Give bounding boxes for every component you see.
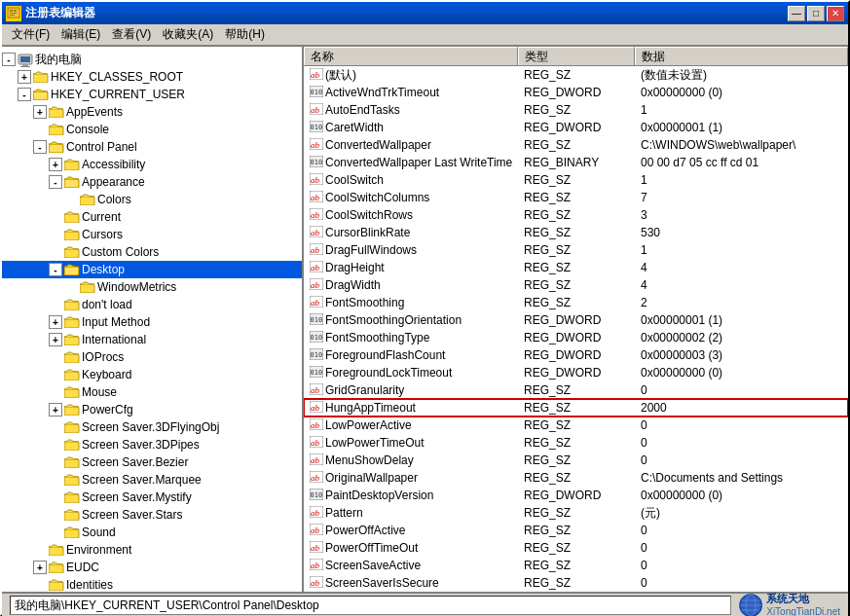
list-row[interactable]: ab LowPowerTimeOutREG_SZ0 bbox=[304, 434, 848, 452]
reg-name-24: PaintDesktopVersion bbox=[325, 489, 433, 502]
list-row[interactable]: ab AutoEndTasksREG_SZ1 bbox=[304, 101, 848, 119]
list-row[interactable]: ab HungAppTimeoutREG_SZ2000 bbox=[304, 399, 848, 417]
tree-node-accessibility[interactable]: + Accessibility bbox=[2, 156, 302, 173]
tree-node-sound[interactable]: Sound bbox=[2, 524, 302, 541]
header-name[interactable]: 名称 bbox=[304, 47, 518, 65]
tree-node-current[interactable]: Current bbox=[2, 208, 302, 226]
tree-node-screensaver3d[interactable]: Screen Saver.3DFlyingObj bbox=[2, 418, 302, 436]
tree-node-screensavermys[interactable]: Screen Saver.Mystify bbox=[2, 489, 302, 506]
cell-type-9: REG_SZ bbox=[520, 226, 637, 239]
tree-node-powercfg[interactable]: + PowerCfg bbox=[2, 401, 302, 418]
list-row[interactable]: 010 CaretWidthREG_DWORD0x00000001 (1) bbox=[304, 119, 848, 136]
close-button[interactable]: ✕ bbox=[827, 6, 844, 21]
tree-expander-desktop[interactable]: - bbox=[49, 263, 62, 276]
list-row[interactable]: ab OriginalWallpaperREG_SZC:\Documents a… bbox=[304, 469, 848, 487]
tree-node-customcolors[interactable]: Custom Colors bbox=[2, 243, 302, 261]
minimize-button[interactable]: — bbox=[788, 6, 805, 21]
tree-node-ioprocs[interactable]: IOProcs bbox=[2, 348, 302, 366]
tree-node-screensaver3p[interactable]: Screen Saver.3DPipes bbox=[2, 436, 302, 453]
tree-node-desktop[interactable]: - Desktop bbox=[2, 261, 302, 278]
tree-expander-mypc[interactable]: - bbox=[2, 53, 16, 66]
list-row[interactable]: ab PowerOffActiveREG_SZ0 bbox=[304, 522, 848, 539]
list-row[interactable]: ab PowerOffTimeOutREG_SZ0 bbox=[304, 539, 848, 557]
tree-node-windowmetrics[interactable]: WindowMetrics bbox=[2, 278, 302, 296]
list-row[interactable]: 010 ConvertedWallpaper Last WriteTimeREG… bbox=[304, 154, 848, 171]
list-row[interactable]: 010 FontSmoothingTypeREG_DWORD0x00000002… bbox=[304, 329, 848, 346]
tree-node-hkcr[interactable]: + HKEY_CLASSES_ROOT bbox=[2, 68, 302, 86]
list-body[interactable]: ab (默认)REG_SZ(数值未设置) 010 ActiveWndTrkTim… bbox=[304, 66, 848, 592]
menu-item-edit[interactable]: 编辑(E) bbox=[55, 24, 106, 45]
tree-panel[interactable]: - 我的电脑+ HKEY_CLASSES_ROOT- HKEY_CURRENT_… bbox=[2, 47, 304, 592]
list-row[interactable]: ab ScreenSaveActiveREG_SZ0 bbox=[304, 557, 848, 574]
tree-label-appevents: AppEvents bbox=[66, 105, 123, 119]
tree-node-dontload[interactable]: don't load bbox=[2, 296, 302, 313]
logo-text: 系统天地 XiTongTianDi.net bbox=[766, 593, 840, 616]
list-row[interactable]: ab CoolSwitchREG_SZ1 bbox=[304, 171, 848, 189]
tree-node-inputmethod[interactable]: + Input Method bbox=[2, 313, 302, 331]
list-row[interactable]: 010 FontSmoothingOrientationREG_DWORD0x0… bbox=[304, 311, 848, 329]
tree-node-screensaverbz[interactable]: Screen Saver.Bezier bbox=[2, 453, 302, 471]
list-row[interactable]: ab LowPowerActiveREG_SZ0 bbox=[304, 417, 848, 434]
list-row[interactable]: ab ScreenSaverIsSecureREG_SZ0 bbox=[304, 574, 848, 592]
list-row[interactable]: ab CursorBlinkRateREG_SZ530 bbox=[304, 224, 848, 241]
list-row[interactable]: ab CoolSwitchColumnsREG_SZ7 bbox=[304, 189, 848, 206]
svg-rect-41 bbox=[49, 564, 63, 573]
menu-item-file[interactable]: 文件(F) bbox=[6, 24, 55, 45]
tree-node-mouse[interactable]: Mouse bbox=[2, 383, 302, 401]
tree-node-mypc[interactable]: - 我的电脑 bbox=[2, 51, 302, 68]
cell-data-28: 0 bbox=[637, 559, 846, 572]
tree-expander-appearance[interactable]: - bbox=[49, 175, 62, 189]
tree-node-hkcu[interactable]: - HKEY_CURRENT_USER bbox=[2, 86, 302, 103]
tree-node-screensavermq[interactable]: Screen Saver.Marquee bbox=[2, 471, 302, 489]
cell-type-26: REG_SZ bbox=[520, 524, 637, 537]
svg-rect-1 bbox=[10, 10, 13, 12]
tree-expander-hkcu[interactable]: - bbox=[18, 88, 31, 101]
list-row[interactable]: ab MenuShowDelayREG_SZ0 bbox=[304, 452, 848, 469]
maximize-button[interactable]: □ bbox=[807, 6, 825, 21]
tree-expander-controlpanel[interactable]: - bbox=[33, 140, 47, 154]
tree-expander-eudc[interactable]: + bbox=[33, 561, 47, 574]
tree-expander-hkcr[interactable]: + bbox=[18, 70, 31, 84]
folder-icon-screensaver3p bbox=[64, 439, 80, 451]
list-row[interactable]: ab GridGranularityREG_SZ0 bbox=[304, 381, 848, 399]
header-data[interactable]: 数据 bbox=[635, 47, 848, 65]
tree-expander-international[interactable]: + bbox=[49, 333, 62, 346]
list-row[interactable]: ab (默认)REG_SZ(数值未设置) bbox=[304, 66, 848, 84]
tree-node-identities[interactable]: Identities bbox=[2, 576, 302, 592]
tree-expander-appevents[interactable]: + bbox=[33, 105, 47, 119]
list-row[interactable]: ab FontSmoothingREG_SZ2 bbox=[304, 294, 848, 311]
list-row[interactable]: ab PatternREG_SZ(元) bbox=[304, 504, 848, 522]
list-row[interactable]: ab CoolSwitchRowsREG_SZ3 bbox=[304, 206, 848, 224]
list-row[interactable]: ab DragHeightREG_SZ4 bbox=[304, 259, 848, 276]
list-row[interactable]: ab ConvertedWallpaperREG_SZC:\WINDOWS\we… bbox=[304, 136, 848, 154]
folder-icon-windowmetrics bbox=[80, 281, 95, 293]
list-row[interactable]: 010 ForegroundFlashCountREG_DWORD0x00000… bbox=[304, 346, 848, 364]
tree-node-environment[interactable]: Environment bbox=[2, 541, 302, 559]
tree-node-controlpanel[interactable]: - Control Panel bbox=[2, 138, 302, 156]
tree-node-international[interactable]: + International bbox=[2, 331, 302, 348]
tree-node-colors[interactable]: Colors bbox=[2, 191, 302, 208]
tree-node-console[interactable]: Console bbox=[2, 121, 302, 138]
menu-item-view[interactable]: 查看(V) bbox=[106, 24, 157, 45]
menu-item-favorites[interactable]: 收藏夹(A) bbox=[157, 24, 219, 45]
list-row[interactable]: 010 PaintDesktopVersionREG_DWORD0x000000… bbox=[304, 487, 848, 504]
tree-node-keyboard[interactable]: Keyboard bbox=[2, 366, 302, 383]
tree-expander-inputmethod[interactable]: + bbox=[49, 315, 62, 329]
cell-name-28: ab ScreenSaveActive bbox=[306, 559, 520, 573]
list-row[interactable]: ab DragWidthREG_SZ4 bbox=[304, 276, 848, 294]
tree-expander-spacer-current bbox=[49, 210, 62, 224]
tree-node-screensaverst[interactable]: Screen Saver.Stars bbox=[2, 506, 302, 524]
status-path: 我的电脑\HKEY_CURRENT_USER\Control Panel\Des… bbox=[10, 596, 731, 615]
tree-node-eudc[interactable]: + EUDC bbox=[2, 559, 302, 576]
tree-node-appearance[interactable]: - Appearance bbox=[2, 173, 302, 191]
tree-expander-powercfg[interactable]: + bbox=[49, 403, 62, 417]
list-row[interactable]: 010 ForegroundLockTimeoutREG_DWORD0x0000… bbox=[304, 364, 848, 381]
header-type[interactable]: 类型 bbox=[518, 47, 635, 65]
tree-node-cursors[interactable]: Cursors bbox=[2, 226, 302, 243]
tree-node-appevents[interactable]: + AppEvents bbox=[2, 103, 302, 121]
list-row[interactable]: ab DragFullWindowsREG_SZ1 bbox=[304, 241, 848, 259]
list-row[interactable]: 010 ActiveWndTrkTimeoutREG_DWORD0x000000… bbox=[304, 84, 848, 101]
menu-item-help[interactable]: 帮助(H) bbox=[219, 24, 271, 45]
cell-data-27: 0 bbox=[637, 541, 846, 555]
tree-expander-accessibility[interactable]: + bbox=[49, 158, 62, 171]
